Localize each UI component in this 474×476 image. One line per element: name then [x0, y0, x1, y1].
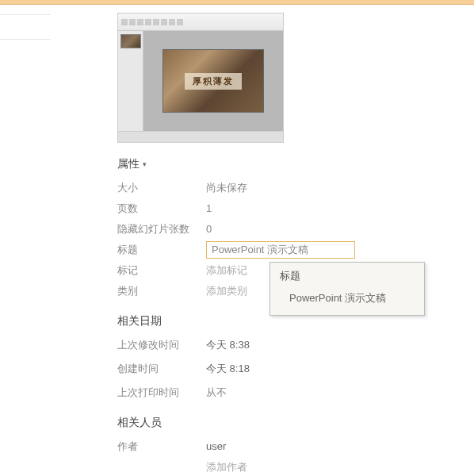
size-value: 尚未保存 [206, 178, 247, 198]
properties-panel: 厚积薄发 属性 ▾ 大小 尚未保存 页数 1 隐藏幻灯片张数 0 标题 标记 添… [0, 5, 474, 476]
modified-value: 今天 8:38 [206, 335, 250, 355]
properties-section-header[interactable]: 属性 ▾ [117, 157, 474, 171]
category-placeholder[interactable]: 添加类别 [206, 281, 247, 301]
tooltip-title-label: 标题 [280, 269, 415, 283]
hidden-slides-label: 隐藏幻灯片张数 [117, 219, 206, 240]
hidden-slides-value: 0 [206, 219, 212, 240]
pages-value: 1 [206, 198, 212, 219]
created-label: 创建时间 [117, 359, 206, 379]
created-value: 今天 8:18 [206, 359, 250, 379]
tags-label: 标记 [117, 260, 206, 281]
printed-label: 上次打印时间 [117, 382, 206, 403]
thumbnail-slides-pane [118, 31, 143, 131]
related-people-section-header: 相关人员 [117, 416, 474, 430]
add-author-placeholder[interactable]: 添加作者 [206, 457, 247, 476]
title-label: 标题 [117, 240, 206, 260]
related-people-header-label: 相关人员 [117, 416, 162, 430]
tooltip-value: PowerPoint 演示文稿 [280, 291, 415, 305]
left-nav-separator [0, 14, 51, 63]
pages-label: 页数 [117, 198, 206, 219]
thumbnail-slide-area: 厚积薄发 [143, 31, 283, 131]
thumbnail-status-bar [118, 131, 283, 142]
related-dates-section-header: 相关日期 [117, 314, 474, 328]
chevron-down-icon: ▾ [143, 160, 147, 168]
related-dates-header-label: 相关日期 [117, 314, 162, 328]
size-label: 大小 [117, 178, 206, 198]
thumbnail-ribbon [118, 13, 283, 31]
author-value: user [206, 436, 226, 457]
author-label: 作者 [117, 436, 206, 457]
title-input[interactable] [206, 241, 355, 259]
tags-placeholder[interactable]: 添加标记 [206, 260, 247, 281]
category-label: 类别 [117, 281, 206, 301]
document-thumbnail[interactable]: 厚积薄发 [117, 13, 284, 143]
properties-header-label: 属性 [117, 157, 140, 171]
printed-value: 从不 [206, 382, 227, 403]
thumbnail-slide-text: 厚积薄发 [185, 73, 242, 90]
title-tooltip: 标题 PowerPoint 演示文稿 [269, 262, 425, 316]
modified-label: 上次修改时间 [117, 335, 206, 355]
